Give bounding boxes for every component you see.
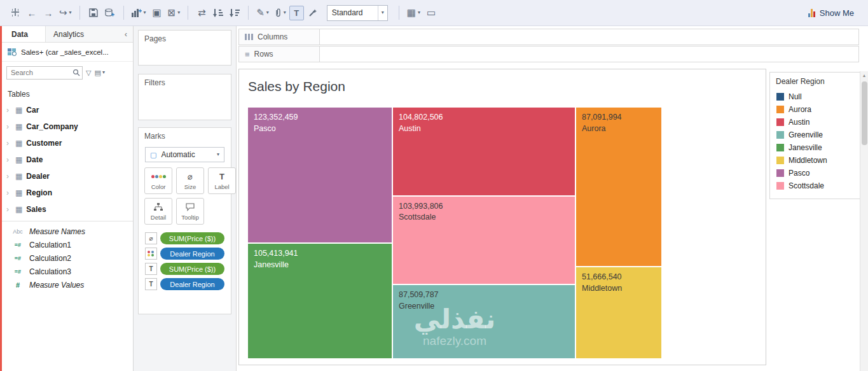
chevron-right-icon[interactable]: ›: [6, 122, 11, 131]
legend-item-pasco[interactable]: Pasco: [770, 167, 860, 179]
rows-shelf-label: ≡ Rows: [238, 46, 320, 62]
treemap-tile-middletown[interactable]: 51,666,540 Middletown: [575, 267, 662, 359]
color-dot: [151, 175, 155, 178]
chevron-right-icon[interactable]: ›: [6, 205, 11, 214]
legend-item-janesville[interactable]: Janesville: [770, 141, 860, 154]
worksheet: Sales by Region 123,352,459 Pasco 104,80…: [238, 69, 766, 365]
chevron-right-icon[interactable]: ›: [6, 188, 11, 197]
tab-data[interactable]: Data: [2, 26, 45, 42]
mark-type-dropdown[interactable]: ▢ Automatic ▾: [145, 147, 224, 162]
legend-item-aurora[interactable]: Aurora: [770, 103, 860, 116]
columns-shelf-label: Columns: [238, 29, 320, 45]
redo-button[interactable]: ↪ ▾: [57, 4, 74, 21]
add-datasource-button[interactable]: [102, 4, 118, 21]
size-shelf-icon: ⌀: [145, 232, 157, 244]
size-button[interactable]: ⌀ Size: [176, 167, 204, 194]
view-options-button[interactable]: ▤ ▾: [94, 69, 104, 77]
tile-value: 87,091,994: [582, 112, 656, 123]
table-icon: ▦: [15, 172, 22, 181]
color-dot: [148, 254, 150, 256]
color-button[interactable]: Color: [144, 167, 172, 194]
field-row-measure-values[interactable]: # Measure Values: [2, 278, 133, 291]
sort-descending-button[interactable]: [227, 4, 242, 21]
pill-sum-price-size[interactable]: SUM(Price ($)): [160, 232, 224, 244]
table-row-car-company[interactable]: › ▦ Car_Company: [2, 118, 133, 135]
detail-button[interactable]: Detail: [144, 198, 172, 225]
treemap-tile-janesville[interactable]: 105,413,941 Janesville: [247, 243, 392, 359]
label-button[interactable]: T Label: [208, 167, 236, 194]
chevron-down-icon: ▾: [284, 10, 286, 15]
show-mark-labels-button[interactable]: T: [289, 6, 304, 20]
fields-section: Abc Measure Names =# Calculation1 =# Cal…: [2, 221, 133, 291]
color-button-label: Color: [151, 183, 166, 190]
sort-ascending-button[interactable]: [210, 4, 226, 21]
paperclip-icon: [274, 8, 282, 17]
tab-analytics[interactable]: Analytics: [45, 26, 119, 42]
fit-dropdown[interactable]: Standard ▾: [327, 5, 388, 21]
chevron-right-icon[interactable]: ›: [6, 139, 11, 148]
table-row-car[interactable]: › ▦ Car: [2, 102, 133, 118]
vertical-scrollbar[interactable]: ▴: [860, 71, 868, 371]
field-label: Calculation2: [29, 254, 71, 263]
treemap-tile-scottsdale[interactable]: 103,993,806 Scottsdale: [392, 196, 575, 285]
clear-sheet-button[interactable]: ⊠ ▾: [166, 4, 183, 21]
filter-fields-button[interactable]: ▽: [86, 69, 91, 77]
collapse-pane-button[interactable]: ‹: [119, 26, 133, 42]
table-row-region[interactable]: › ▦ Region: [2, 185, 133, 201]
table-row-date[interactable]: › ▦ Date: [2, 151, 133, 168]
group-members-button[interactable]: ▾: [272, 4, 288, 21]
legend-item-middletown[interactable]: Middletown: [770, 154, 860, 167]
columns-shelf[interactable]: [320, 29, 859, 45]
field-row-calculation1[interactable]: =# Calculation1: [2, 238, 133, 251]
back-button[interactable]: ←: [24, 4, 39, 21]
pill-dealer-region-label[interactable]: Dealer Region: [160, 278, 224, 290]
highlight-button[interactable]: ✎ ▾: [254, 4, 271, 21]
scrollbar-thumb[interactable]: [862, 81, 867, 145]
treemap-tile-greenville[interactable]: 87,509,787 Greenville: [392, 284, 575, 359]
datasource-item[interactable]: Sales+ (car _sales_excel...: [2, 43, 133, 62]
tile-label: Middletown: [582, 283, 656, 295]
presentation-mode-button[interactable]: ▭: [424, 4, 439, 21]
chevron-right-icon[interactable]: ›: [6, 106, 11, 115]
duplicate-sheet-button[interactable]: ▣: [149, 4, 165, 21]
field-row-calculation2[interactable]: =# Calculation2: [2, 251, 133, 265]
color-dot: [163, 175, 166, 178]
show-me-button[interactable]: Show Me: [808, 8, 860, 18]
field-label: Measure Values: [29, 281, 84, 290]
treemap-tile-pasco[interactable]: 123,352,459 Pasco: [247, 107, 392, 243]
swap-rows-columns-button[interactable]: ⇄: [194, 4, 209, 21]
legend-item-greenville[interactable]: Greenville: [770, 129, 860, 141]
legend-item-austin[interactable]: Austin: [770, 116, 860, 129]
shelf-panel: Pages Filters Marks ▢ Automatic ▾ Color …: [134, 26, 237, 371]
filters-shelf[interactable]: Filters: [138, 74, 231, 120]
table-row-dealer[interactable]: › ▦ Dealer: [2, 168, 133, 185]
fix-axes-button[interactable]: [305, 4, 320, 21]
search-input[interactable]: [7, 67, 82, 79]
chevron-right-icon[interactable]: ›: [6, 172, 11, 181]
pill-sum-price-label[interactable]: SUM(Price ($)): [160, 263, 224, 275]
mark-shape-icon: ▢: [150, 151, 156, 159]
treemap-tile-aurora[interactable]: 87,091,994 Aurora: [575, 107, 662, 267]
pill-dealer-region-color[interactable]: Dealer Region: [160, 248, 224, 260]
show-hide-cards-button[interactable]: ▦ ▾: [405, 4, 422, 21]
field-row-measure-names[interactable]: Abc Measure Names: [2, 225, 133, 238]
table-row-customer[interactable]: › ▦ Customer: [2, 135, 133, 151]
new-worksheet-button[interactable]: ▾: [130, 4, 148, 21]
chevron-right-icon[interactable]: ›: [6, 155, 11, 164]
rows-shelf[interactable]: [320, 46, 859, 62]
forward-button[interactable]: →: [41, 4, 56, 21]
legend-item-null[interactable]: Null: [770, 90, 860, 103]
scroll-up-icon[interactable]: ▴: [860, 71, 868, 80]
table-row-sales[interactable]: › ▦ Sales: [2, 201, 133, 218]
legend-item-scottsdale[interactable]: Scottsdale: [770, 179, 860, 192]
pages-shelf[interactable]: Pages: [138, 30, 231, 66]
tile-label: Scottsdale: [399, 212, 569, 223]
tableau-logo-icon[interactable]: [8, 4, 23, 21]
toolbar-separator: [399, 6, 399, 20]
field-row-calculation3[interactable]: =# Calculation3: [2, 265, 133, 278]
save-button[interactable]: [86, 4, 101, 21]
abc-icon: Abc: [11, 228, 25, 235]
tooltip-button[interactable]: Tooltip: [176, 198, 204, 225]
legend-label: Austin: [789, 118, 809, 127]
treemap-tile-austin[interactable]: 104,802,506 Austin: [392, 107, 575, 196]
